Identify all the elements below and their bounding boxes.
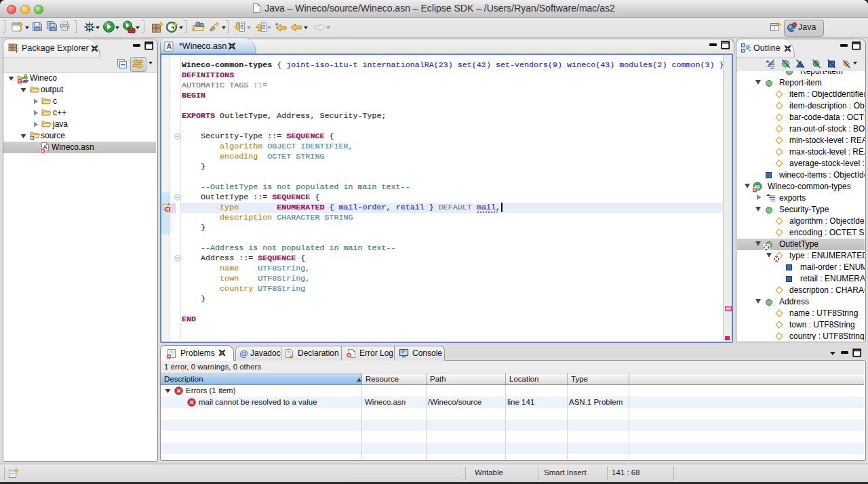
svg-text:A: A <box>24 73 28 79</box>
svg-text:A: A <box>166 42 172 50</box>
